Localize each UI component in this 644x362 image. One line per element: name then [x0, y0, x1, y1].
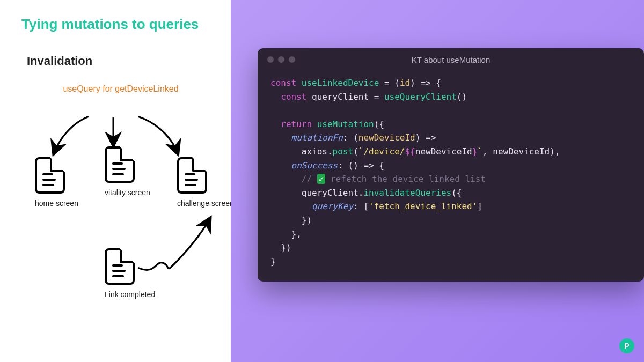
code-block: const useLinkedDevice = (id) => { const … — [258, 71, 644, 268]
node-label: challenge screen — [177, 199, 234, 208]
prop-mutationfn: mutationFn — [291, 132, 343, 143]
fn-post: post — [333, 146, 354, 157]
window-title: KT about useMutation — [258, 55, 644, 64]
fn-uqc: useQueryClient — [384, 92, 457, 102]
node-home: home screen — [35, 157, 78, 208]
right-panel: KT about useMutation const useLinkedDevi… — [231, 0, 644, 362]
brand-badge-icon: P — [619, 338, 634, 353]
fn-invalidate: invalidateQueries — [363, 188, 451, 198]
document-icon — [105, 248, 135, 285]
node-label: vitality screen — [105, 188, 150, 197]
prop-onsuccess: onSuccess — [291, 160, 338, 171]
query-label: useQuery for getDeviceLinked — [21, 84, 220, 94]
brand-letter: P — [624, 342, 629, 350]
code-window: KT about useMutation const useLinkedDevi… — [258, 48, 644, 282]
kw-return: return — [281, 119, 312, 129]
tmpl-var: newDeviceId — [415, 146, 472, 157]
diagram: home screen vitality screen challenge sc… — [21, 98, 220, 323]
comment-text: refetch the device linked list — [325, 174, 486, 184]
document-icon — [35, 157, 65, 194]
slide-title: Tying mutations to queries — [21, 16, 220, 33]
arg-newdeviceid: newDeviceId — [493, 146, 550, 157]
node-challenge: challenge screen — [177, 157, 234, 208]
tmpl-start: ${ — [405, 146, 415, 157]
document-icon — [105, 146, 135, 183]
node-label: home screen — [35, 199, 78, 208]
node-vitality: vitality screen — [105, 146, 150, 197]
str-querykey: 'fetch_device_linked' — [369, 201, 477, 211]
param-newdeviceid: newDeviceId — [358, 132, 415, 143]
window-titlebar: KT about useMutation — [258, 48, 644, 71]
fn-name: useLinkedDevice — [302, 78, 379, 88]
tmpl-end: } — [472, 146, 478, 157]
prop-querykey: queryKey — [312, 201, 353, 211]
node-link-completed: Link completed — [105, 248, 155, 299]
var-qc: queryClient — [312, 92, 369, 102]
document-icon — [177, 157, 207, 194]
kw-const: const — [281, 92, 306, 102]
str-url-end: ` — [477, 146, 482, 157]
obj-axios: axios — [302, 146, 327, 157]
slide-subtitle: Invalidation — [27, 54, 220, 68]
check-icon: ✓ — [317, 174, 326, 184]
param-id: id — [400, 78, 410, 88]
node-label: Link completed — [105, 290, 155, 299]
fn-usemutation: useMutation — [317, 119, 374, 129]
kw-const: const — [270, 78, 296, 88]
left-panel: Tying mutations to queries Invalidation … — [0, 0, 231, 362]
str-url: `/device/ — [358, 146, 405, 157]
obj-qc: queryClient — [302, 188, 358, 198]
slide: Tying mutations to queries Invalidation … — [0, 0, 644, 362]
